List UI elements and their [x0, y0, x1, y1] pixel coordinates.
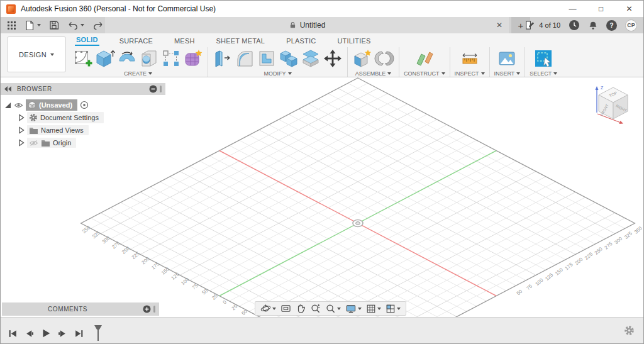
tab-surface[interactable]: SURFACE — [118, 36, 154, 45]
browser-tree: (Unsaved) Document Settings — [1, 99, 165, 149]
group-construct-label[interactable]: CONSTRUCT — [404, 70, 440, 77]
select-icon[interactable] — [533, 48, 553, 69]
joint-icon[interactable] — [374, 48, 394, 69]
viewport[interactable]: 3503253002752502252001751501251007550250… — [1, 77, 643, 318]
ribbon-tabs: SOLID SURFACE MESH SHEET METAL PLASTIC U… — [75, 35, 372, 46]
chevron-down-icon — [50, 53, 54, 56]
workspace-selector[interactable]: DESIGN — [7, 36, 66, 72]
expanded-arrow-icon[interactable] — [4, 102, 11, 109]
grid-axis-label: 350 — [633, 225, 643, 235]
timeline-settings-gear-icon[interactable] — [624, 325, 635, 336]
browser-row-document-settings[interactable]: Document Settings — [18, 111, 165, 124]
collapsed-arrow-icon[interactable] — [18, 126, 25, 134]
root-node[interactable]: (Unsaved) — [26, 99, 77, 111]
chevron-down-icon — [553, 72, 557, 75]
job-status-button[interactable] — [569, 19, 580, 31]
create-sketch-icon[interactable] — [73, 48, 93, 69]
group-construct: CONSTRUCT — [399, 47, 450, 77]
play-button[interactable] — [41, 328, 51, 338]
collapse-all-icon[interactable] — [149, 85, 157, 93]
group-inspect-label[interactable]: INSPECT — [455, 70, 479, 77]
step-forward-button[interactable] — [58, 329, 67, 338]
tab-solid[interactable]: SOLID — [75, 35, 99, 46]
fillet-icon[interactable] — [235, 48, 255, 69]
group-create-label[interactable]: CREATE — [124, 70, 147, 77]
insert-image-icon[interactable] — [497, 48, 517, 69]
look-at-button[interactable] — [280, 304, 291, 313]
shell-icon[interactable] — [257, 48, 277, 69]
browser-root-row[interactable]: (Unsaved) — [4, 99, 165, 111]
new-component-icon[interactable] — [352, 48, 372, 69]
tab-mesh[interactable]: MESH — [173, 36, 196, 45]
group-select-label[interactable]: SELECT — [530, 70, 552, 77]
visibility-off-icon[interactable] — [29, 140, 38, 147]
collapsed-arrow-icon[interactable] — [18, 114, 25, 121]
activate-component-icon[interactable] — [80, 101, 89, 109]
file-menu-button[interactable] — [25, 20, 41, 31]
collapsed-arrow-icon[interactable] — [18, 139, 25, 147]
panel-resize-handle[interactable] — [160, 86, 162, 92]
undo-button[interactable] — [67, 21, 84, 30]
view-cube[interactable]: Z TOP FRONT RIGHT — [588, 81, 638, 130]
chevron-down-icon — [80, 24, 84, 26]
step-back-button[interactable] — [25, 329, 34, 338]
minimize-button[interactable]: — — [558, 1, 587, 17]
add-comment-icon[interactable] — [143, 305, 151, 313]
measure-icon[interactable] — [460, 48, 480, 69]
chevron-down-icon — [441, 72, 445, 75]
extrude-icon[interactable] — [95, 48, 115, 69]
group-assemble: ASSEMBLE — [347, 47, 399, 77]
viewports-button[interactable] — [386, 304, 401, 314]
fit-button[interactable] — [325, 303, 341, 314]
press-pull-icon[interactable] — [213, 48, 233, 69]
help-button[interactable]: ? — [606, 20, 617, 31]
editable-documents-button[interactable] — [524, 20, 535, 31]
hole-icon[interactable] — [139, 48, 159, 69]
group-insert-label[interactable]: INSERT — [494, 70, 515, 77]
zoom-button[interactable] — [310, 303, 321, 314]
browser-row-named-views[interactable]: Named Views — [18, 124, 165, 136]
go-to-start-button[interactable] — [8, 329, 18, 338]
grid-axis-label: 100 — [534, 277, 544, 287]
pan-button[interactable] — [296, 303, 306, 314]
timeline-playhead[interactable] — [93, 325, 103, 342]
move-copy-icon[interactable] — [323, 48, 343, 69]
group-modify-label[interactable]: MODIFY — [264, 70, 286, 77]
chevron-down-icon — [37, 24, 41, 26]
construct-plane-icon[interactable] — [414, 48, 435, 69]
group-assemble-label[interactable]: ASSEMBLE — [355, 70, 386, 77]
tab-utilities[interactable]: UTILITIES — [336, 36, 372, 45]
display-settings-button[interactable] — [345, 304, 362, 314]
pattern-icon[interactable] — [161, 48, 181, 69]
avatar[interactable]: CP — [625, 19, 637, 31]
visibility-eye-icon[interactable] — [14, 102, 23, 109]
panel-resize-handle[interactable] — [153, 306, 155, 313]
grid-axis-label: 225 — [584, 251, 594, 261]
revolve-icon[interactable] — [117, 48, 137, 69]
tab-plastic[interactable]: PLASTIC — [285, 36, 317, 45]
notifications-button[interactable] — [588, 20, 598, 31]
maximize-button[interactable]: □ — [587, 1, 615, 17]
browser-row-origin[interactable]: Origin — [18, 136, 165, 149]
group-modify: MODIFY — [208, 47, 347, 77]
grid-axis-label: 125 — [170, 271, 180, 281]
offset-face-icon[interactable] — [301, 48, 321, 69]
grid-axis-label: 50 — [201, 287, 209, 296]
combine-icon[interactable] — [279, 48, 299, 69]
document-tab[interactable]: Untitled ✕ — [105, 17, 509, 33]
close-button[interactable]: ✕ — [615, 1, 643, 17]
orbit-button[interactable] — [260, 303, 276, 314]
tab-close-button[interactable]: ✕ — [496, 17, 502, 33]
title-bar: Autodesk Fusion 360 (Personal - Not for … — [1, 1, 643, 17]
create-form-icon[interactable] — [183, 48, 203, 69]
fusion360-window: Autodesk Fusion 360 (Personal - Not for … — [0, 0, 644, 344]
save-button[interactable] — [49, 20, 59, 30]
collapse-panel-icon[interactable] — [4, 86, 11, 92]
component-cube-icon — [28, 101, 36, 109]
tab-sheet-metal[interactable]: SHEET METAL — [215, 36, 267, 45]
grid-snap-button[interactable] — [366, 304, 381, 314]
browser-header[interactable]: BROWSER — [1, 83, 165, 95]
comments-panel[interactable]: COMMENTS — [2, 302, 159, 316]
go-to-end-button[interactable] — [74, 329, 84, 338]
app-launcher-button[interactable] — [7, 21, 16, 30]
